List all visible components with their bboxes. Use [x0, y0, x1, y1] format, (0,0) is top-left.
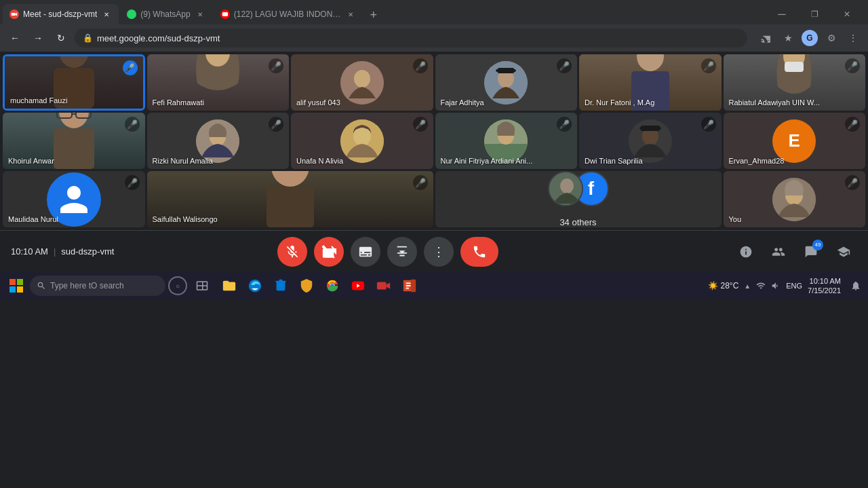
- tab-youtube-close[interactable]: ✕: [345, 9, 356, 20]
- back-button[interactable]: ←: [5, 29, 24, 48]
- svg-rect-51: [377, 282, 387, 290]
- camera-icon[interactable]: [372, 274, 396, 298]
- meet-info: 10:10 AM | sud-dszp-vmt: [11, 246, 160, 257]
- forward-button[interactable]: →: [28, 29, 47, 48]
- toggle-cam-button[interactable]: [314, 237, 344, 267]
- video-tile-nurfatoni[interactable]: 🎤 Dr. Nur Fatoni , M.Ag: [579, 54, 722, 111]
- activities-button[interactable]: [830, 238, 857, 265]
- mute-icon-ervan: 🎤: [845, 117, 860, 132]
- captions-button[interactable]: [351, 237, 380, 267]
- svg-point-0: [59, 54, 89, 68]
- reload-button[interactable]: ↻: [52, 29, 71, 48]
- svg-point-27: [353, 127, 371, 146]
- tab-youtube-label: (122) LAGU WAJIB INDONESIA R...: [234, 10, 341, 19]
- minimize-button[interactable]: ─: [766, 4, 797, 24]
- bottom-bar: 10:10 AM | sud-dszp-vmt: [0, 230, 868, 272]
- new-tab-button[interactable]: +: [364, 5, 383, 24]
- restore-button[interactable]: ❐: [799, 4, 830, 24]
- mute-icon-dwi: 🎤: [701, 117, 716, 132]
- tab-meet-close[interactable]: ✕: [101, 9, 112, 20]
- people-button[interactable]: [765, 238, 792, 265]
- video-tile-dwi[interactable]: 🎤 Dwi Trian Saprilia: [579, 113, 722, 169]
- task-view-button[interactable]: [190, 274, 214, 298]
- file-explorer-icon[interactable]: [217, 274, 241, 298]
- mute-mic-button[interactable]: [277, 237, 307, 267]
- video-tile-saifullah[interactable]: 🎤 Saifullah Walisongo: [147, 171, 433, 227]
- cast-icon[interactable]: [757, 29, 776, 48]
- video-grid: 🎤 muchamad Fauzi 🎤 Fefi Rahmawati: [0, 52, 868, 230]
- cortana-button[interactable]: ○: [165, 274, 190, 298]
- mute-icon-fajar: 🎤: [557, 58, 572, 73]
- taskbar: Type here tO search ○: [0, 272, 868, 299]
- store-icon[interactable]: [269, 274, 293, 298]
- present-button[interactable]: [387, 237, 417, 267]
- tab-youtube[interactable]: (122) LAGU WAJIB INDONESIA R... ✕: [214, 4, 363, 24]
- info-button[interactable]: [732, 238, 760, 265]
- tab-meet[interactable]: Meet - sud-dszp-vmt ✕: [3, 4, 119, 24]
- svg-rect-18: [785, 62, 804, 72]
- svg-rect-34: [641, 126, 660, 131]
- url-bar[interactable]: 🔒 meet.google.com/sud-dszp-vmt: [75, 29, 747, 48]
- video-tile-fefi[interactable]: 🎤 Fefi Rahmawati: [147, 54, 290, 111]
- participant-name-nuraini: Nur Aini Fitriya Ardiani Ani...: [441, 157, 533, 165]
- tray-date: 7/15/2021: [808, 286, 841, 295]
- taskbar-search[interactable]: Type here tO search: [30, 276, 165, 296]
- video-tile-muchamad-fauzi[interactable]: 🎤 muchamad Fauzi: [3, 54, 145, 111]
- mute-icon-nuraini: 🎤: [557, 117, 572, 132]
- svg-rect-44: [17, 279, 23, 285]
- extensions-icon[interactable]: ⚙: [822, 29, 841, 48]
- video-tile-unafa[interactable]: 🎤 Unafa N Alivia: [291, 113, 433, 169]
- end-call-button[interactable]: [460, 237, 498, 267]
- tab-whatsapp-close[interactable]: ✕: [195, 9, 205, 20]
- mute-icon-fefi: 🎤: [269, 58, 283, 73]
- participant-name-ervan: Ervan_Ahmad28: [729, 157, 785, 165]
- notification-button[interactable]: [846, 276, 865, 295]
- close-window-button[interactable]: ✕: [831, 4, 863, 24]
- video-tile-you[interactable]: 🎤 You: [724, 171, 866, 227]
- tab-whatsapp[interactable]: (9) WhatsApp ✕: [120, 4, 212, 24]
- url-text: meet.google.com/sud-dszp-vmt: [97, 33, 220, 43]
- video-tile-rizki[interactable]: 🎤 Rizki Nurul Amalia: [147, 113, 290, 169]
- volume-icon: [771, 281, 781, 290]
- svg-point-40: [560, 179, 574, 193]
- chat-badge: 49: [812, 240, 823, 250]
- tab-meet-label: Meet - sud-dszp-vmt: [23, 10, 97, 19]
- video-tile-rabiatul[interactable]: 🎤 Rabiatul Adawiyah UIN W...: [724, 54, 866, 111]
- edge-icon[interactable]: [243, 274, 267, 298]
- participant-name-fajar: Fajar Adhitya: [441, 98, 484, 107]
- bottom-actions: 49: [732, 238, 857, 265]
- security-icon[interactable]: [294, 274, 319, 298]
- profile-icon[interactable]: G: [800, 29, 819, 48]
- tray-expand[interactable]: ▲: [744, 282, 751, 290]
- tab-whatsapp-label: (9) WhatsApp: [140, 10, 190, 19]
- meet-id: sud-dszp-vmt: [61, 246, 114, 257]
- tab-bar: Meet - sud-dszp-vmt ✕ (9) WhatsApp ✕ (12…: [0, 0, 868, 24]
- video-tile-others[interactable]: f 34 others: [435, 171, 722, 227]
- mute-icon-alif: 🎤: [413, 58, 428, 73]
- chat-button[interactable]: 49: [797, 238, 825, 265]
- weather-widget: ☀️ 28°C: [708, 281, 739, 290]
- menu-icon[interactable]: ⋮: [844, 29, 863, 48]
- svg-rect-46: [17, 286, 23, 293]
- youtube-favicon: [220, 10, 230, 19]
- start-button[interactable]: [3, 272, 30, 299]
- chrome-taskbar-icon[interactable]: [320, 274, 344, 298]
- video-tile-alif[interactable]: 🎤 alif yusuf 043: [291, 54, 433, 111]
- participant-name-muchamad-fauzi: muchamad Fauzi: [10, 96, 67, 105]
- svg-point-19: [59, 113, 89, 128]
- video-tile-fajar[interactable]: 🎤 Fajar Adhitya: [435, 54, 578, 111]
- video-tile-maulidaa[interactable]: 🎤 Maulidaa Nurul: [3, 171, 145, 227]
- video-tile-khoirul[interactable]: 🎤 Khoirul Anwar: [3, 113, 145, 169]
- svg-rect-57: [411, 280, 416, 292]
- youtube-taskbar-icon[interactable]: [346, 274, 370, 298]
- avatar-you: [772, 178, 816, 221]
- bottom-controls: ⋮: [277, 237, 498, 267]
- svg-rect-56: [406, 288, 410, 289]
- video-tile-nuraini[interactable]: 🎤 Nur Aini Fitriya Ardiani Ani...: [435, 113, 578, 169]
- svg-rect-55: [406, 285, 411, 286]
- search-placeholder: Type here tO search: [50, 281, 124, 290]
- video-tile-ervan[interactable]: E 🎤 Ervan_Ahmad28: [724, 113, 866, 169]
- bookmark-icon[interactable]: ★: [778, 29, 797, 48]
- powerpoint-icon[interactable]: [397, 274, 422, 298]
- more-options-button[interactable]: ⋮: [424, 237, 454, 267]
